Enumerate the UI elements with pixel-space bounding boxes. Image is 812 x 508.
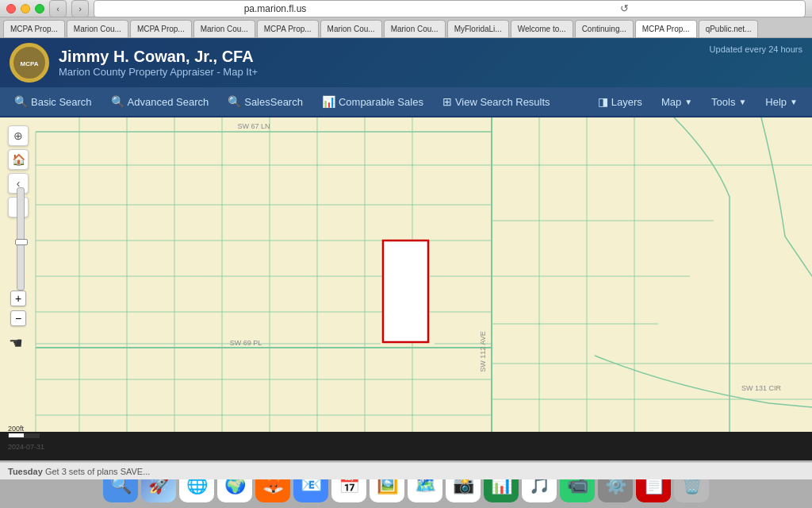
nav-comparable-sales-label: Comparable Sales bbox=[339, 96, 423, 108]
tab-mcpa3[interactable]: MCPA Prop... bbox=[257, 20, 319, 37]
nav-advanced-search[interactable]: 🔍 Advanced Search bbox=[103, 90, 217, 114]
scale-segment-1 bbox=[9, 433, 24, 437]
zoom-to-extent-button[interactable]: ⊕ bbox=[8, 125, 29, 146]
plans-promo-bar[interactable]: Tuesday Get 3 sets of plans SAVE... bbox=[0, 462, 812, 479]
home-button[interactable]: 🏠 bbox=[8, 149, 29, 170]
date-stamp: 2024-07-31 bbox=[8, 443, 44, 451]
header-title: Jimmy H. Cowan, Jr., CFA bbox=[59, 48, 700, 66]
tab-myflorida[interactable]: MyFloridaLi... bbox=[447, 20, 509, 37]
search-icon: 🔍 bbox=[14, 95, 28, 108]
grid-icon: ⊞ bbox=[442, 95, 452, 108]
tools-dropdown-icon: ▼ bbox=[738, 98, 746, 106]
minimize-button[interactable] bbox=[21, 4, 30, 13]
tab-mcpa-active[interactable]: MCPA Prop... bbox=[635, 20, 697, 37]
slider-handle[interactable] bbox=[15, 239, 28, 245]
nav-tools-label: Tools bbox=[711, 96, 735, 108]
nav-help-label: Help bbox=[765, 96, 787, 108]
tab-marion2[interactable]: Marion Cou... bbox=[193, 20, 255, 37]
nav-view-results[interactable]: ⊞ View Search Results bbox=[435, 90, 558, 114]
header-subtitle: Marion County Property Appraiser - Map I… bbox=[59, 66, 700, 78]
zoom-in-button[interactable]: + bbox=[10, 291, 26, 306]
map-svg[interactable]: SW 67 LN SW 112 AVE SW 69 PL SW 131 CIR … bbox=[0, 117, 812, 432]
nav-help[interactable]: Help ▼ bbox=[757, 90, 806, 114]
svg-text:SW 67 LN: SW 67 LN bbox=[237, 122, 270, 130]
zoom-out-button[interactable]: − bbox=[10, 310, 26, 326]
scale-segment-2 bbox=[24, 433, 39, 437]
tab-mcpa1[interactable]: MCPA Prop... bbox=[3, 20, 65, 37]
nav-comparable-sales[interactable]: 📊 Comparable Sales bbox=[314, 90, 431, 114]
nav-map[interactable]: Map ▼ bbox=[653, 90, 700, 114]
tab-welcome[interactable]: Welcome to... bbox=[511, 20, 573, 37]
nav-layers-label: Layers bbox=[611, 96, 642, 108]
nav-view-results-label: View Search Results bbox=[455, 96, 550, 108]
tab-marion4[interactable]: Marion Cou... bbox=[384, 20, 446, 37]
forward-button[interactable]: › bbox=[71, 0, 89, 17]
nav-basic-search[interactable]: 🔍 Basic Search bbox=[6, 90, 100, 114]
search-icon-sales: 🔍 bbox=[228, 95, 241, 108]
nav-sales-search-label: SalesSearch bbox=[244, 96, 303, 108]
plans-promo-text: Get 3 sets of plans SAVE... bbox=[45, 467, 150, 476]
scale-label: 200ft bbox=[8, 425, 24, 433]
back-button[interactable]: ‹ bbox=[49, 0, 67, 17]
svg-text:SW 69 PL: SW 69 PL bbox=[230, 339, 262, 347]
url-text: pa.marion.fl.us bbox=[101, 3, 450, 14]
plans-promo-day: Tuesday bbox=[8, 467, 43, 476]
map-area: SW 67 LN SW 112 AVE SW 69 PL SW 131 CIR … bbox=[0, 117, 812, 479]
nav-map-label: Map bbox=[661, 96, 681, 108]
layers-icon: ◨ bbox=[598, 95, 608, 108]
scale-indicator: 200ft bbox=[8, 425, 40, 438]
nav-basic-search-label: Basic Search bbox=[31, 96, 92, 108]
nav-advanced-search-label: Advanced Search bbox=[128, 96, 209, 108]
app-header: MCPA Jimmy H. Cowan, Jr., CFA Marion Cou… bbox=[0, 38, 812, 87]
tab-mcpa2[interactable]: MCPA Prop... bbox=[130, 20, 192, 37]
reload-button[interactable]: ↺ bbox=[450, 2, 799, 14]
hand-tool-icon: ☚ bbox=[9, 333, 23, 352]
nav-tools[interactable]: Tools ▼ bbox=[703, 90, 754, 114]
svg-text:SW 112 AVE: SW 112 AVE bbox=[479, 331, 487, 371]
maximize-button[interactable] bbox=[35, 4, 44, 13]
tab-marion3[interactable]: Marion Cou... bbox=[320, 20, 382, 37]
url-bar[interactable]: pa.marion.fl.us ↺ bbox=[94, 0, 806, 17]
svg-text:MCPA: MCPA bbox=[21, 60, 39, 67]
map-dropdown-icon: ▼ bbox=[684, 98, 692, 106]
titlebar: ‹ › pa.marion.fl.us ↺ bbox=[0, 0, 812, 17]
tab-marion1[interactable]: Marion Cou... bbox=[67, 20, 128, 37]
header-text-block: Jimmy H. Cowan, Jr., CFA Marion County P… bbox=[59, 48, 700, 78]
scale-bar bbox=[8, 433, 40, 438]
tab-continuing[interactable]: Continuing... bbox=[575, 20, 634, 37]
tab-qpublic[interactable]: qPublic.net... bbox=[699, 20, 759, 37]
header-update: Updated every 24 hours bbox=[710, 38, 802, 54]
chart-icon: 📊 bbox=[322, 95, 335, 108]
svg-text:SW 131 CIR: SW 131 CIR bbox=[741, 384, 782, 392]
svg-rect-38 bbox=[383, 241, 428, 342]
help-dropdown-icon: ▼ bbox=[790, 98, 798, 106]
nav-bar: 🔍 Basic Search 🔍 Advanced Search 🔍 Sales… bbox=[0, 87, 812, 117]
header-logo: MCPA bbox=[10, 43, 49, 83]
search-icon-adv: 🔍 bbox=[111, 95, 124, 108]
tabs-bar: MCPA Prop... Marion Cou... MCPA Prop... … bbox=[0, 17, 812, 38]
nav-layers[interactable]: ◨ Layers bbox=[590, 90, 650, 114]
zoom-slider[interactable] bbox=[17, 187, 25, 291]
nav-sales-search[interactable]: 🔍 SalesSearch bbox=[220, 90, 311, 114]
close-button[interactable] bbox=[6, 4, 16, 13]
nav-right: ◨ Layers Map ▼ Tools ▼ Help ▼ bbox=[590, 90, 806, 114]
